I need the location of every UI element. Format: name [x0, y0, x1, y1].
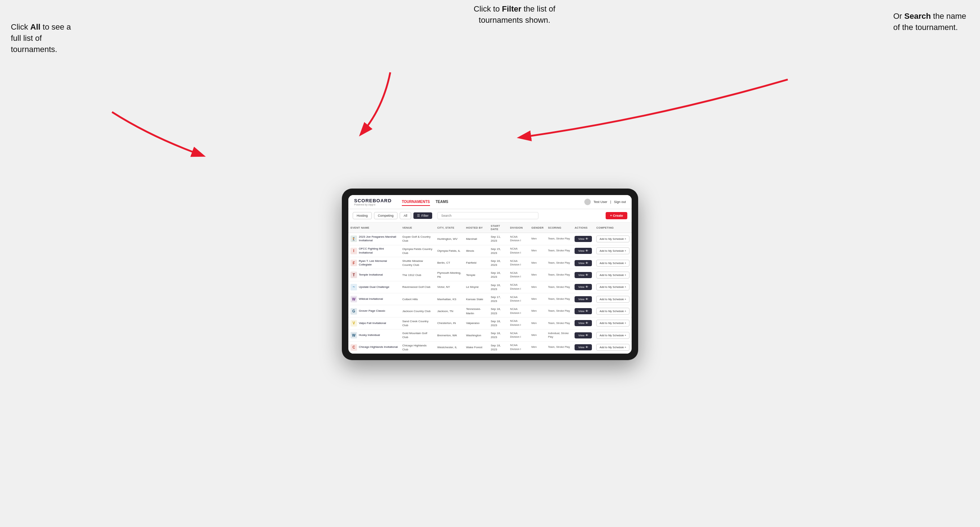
col-actions: ACTIONS [573, 222, 594, 233]
view-button[interactable]: View 👁 [574, 272, 592, 278]
eye-icon: 👁 [585, 334, 588, 337]
header-right: Test User | Sign out [584, 198, 626, 205]
add-label: Add to My Schedule + [600, 321, 626, 325]
add-to-schedule-button[interactable]: Add to My Schedule + [596, 332, 630, 339]
sign-out-link[interactable]: Sign out [614, 200, 626, 204]
table-body: 🏌 2023 Joe Feaganes Marshall Invitationa… [348, 233, 632, 354]
cell-gender: Men [530, 269, 546, 281]
event-name-text: Grover Page Classic [359, 309, 385, 313]
table-row: 🏌 2023 Joe Feaganes Marshall Invitationa… [348, 233, 632, 245]
cell-competing: Add to My Schedule + [594, 317, 632, 329]
add-to-schedule-button[interactable]: Add to My Schedule + [596, 271, 630, 278]
cell-city: Chesterton, IN [435, 317, 464, 329]
cell-event-name: V Valpo Fall Invitational [348, 317, 400, 329]
view-button[interactable]: View 👁 [574, 236, 592, 242]
view-button[interactable]: View 👁 [574, 332, 592, 338]
filter-button[interactable]: ☰ Filter [414, 213, 432, 219]
cell-event-name: W Wildcat Invitational [348, 293, 400, 305]
view-label: View [578, 273, 584, 277]
filter-bar: Hosting Competing All ☰ Filter + Create [348, 209, 632, 222]
nav-teams[interactable]: TEAMS [436, 198, 449, 206]
cell-hosted-by: Le Moyne [464, 281, 488, 293]
view-button[interactable]: View 👁 [574, 296, 592, 302]
add-to-schedule-button[interactable]: Add to My Schedule + [596, 235, 630, 242]
tab-all[interactable]: All [400, 212, 411, 219]
event-icon: ~ [350, 284, 357, 290]
cell-division: NCAA Division I [508, 233, 530, 245]
cell-gender: Men [530, 257, 546, 269]
eye-icon: 👁 [585, 273, 588, 277]
table-row: F Ryan T. Lee Memorial Collegiate Shuttl… [348, 257, 632, 269]
cell-hosted-by: Illinois [464, 245, 488, 257]
eye-icon: 👁 [585, 262, 588, 265]
cell-venue: Olympia Fields Country Club [400, 245, 435, 257]
view-button[interactable]: View 👁 [574, 344, 592, 350]
view-label: View [578, 298, 584, 301]
event-icon: 🏌 [350, 235, 357, 242]
view-button[interactable]: View 👁 [574, 320, 592, 326]
add-to-schedule-button[interactable]: Add to My Schedule + [596, 284, 630, 290]
search-input[interactable] [437, 212, 538, 219]
add-label: Add to My Schedule + [600, 310, 626, 313]
cell-actions: View 👁 [573, 269, 594, 281]
divider: | [610, 200, 611, 204]
tab-hosting[interactable]: Hosting [353, 212, 372, 219]
nav-tournaments[interactable]: TOURNAMENTS [402, 198, 430, 206]
event-icon: G [350, 308, 357, 314]
view-label: View [578, 321, 584, 325]
view-button[interactable]: View 👁 [574, 308, 592, 314]
cell-scoring: Team, Stroke Play [546, 269, 573, 281]
add-to-schedule-button[interactable]: Add to My Schedule + [596, 248, 630, 254]
annotation-top-left: Click All to see a full list of tourname… [11, 22, 83, 55]
cell-scoring: Team, Stroke Play [546, 257, 573, 269]
add-label: Add to My Schedule + [600, 298, 626, 301]
eye-icon: 👁 [585, 321, 588, 325]
cell-venue: Gold Mountain Golf Club [400, 329, 435, 341]
cell-venue: Ravenwood Golf Club [400, 281, 435, 293]
user-name: Test User [594, 200, 608, 204]
tab-competing[interactable]: Competing [374, 212, 398, 219]
table-row: C Chicago Highlands Invitational Chicago… [348, 341, 632, 353]
view-button[interactable]: View 👁 [574, 248, 592, 254]
cell-competing: Add to My Schedule + [594, 329, 632, 341]
filter-label: Filter [422, 214, 429, 217]
cell-start-date: Sep 16, 2023 [488, 281, 508, 293]
add-to-schedule-button[interactable]: Add to My Schedule + [596, 320, 630, 327]
add-to-schedule-button[interactable]: Add to My Schedule + [596, 308, 630, 314]
cell-venue: Shuttle Meadow Country Club [400, 257, 435, 269]
cell-event-name: C Chicago Highlands Invitational [348, 341, 400, 353]
view-label: View [578, 334, 584, 337]
cell-hosted-by: Marshall [464, 233, 488, 245]
col-event-name: EVENT NAME [348, 222, 400, 233]
event-name-text: Husky Individual [359, 333, 380, 337]
cell-competing: Add to My Schedule + [594, 293, 632, 305]
cell-start-date: Sep 18, 2023 [488, 329, 508, 341]
cell-city: Manhattan, KS [435, 293, 464, 305]
cell-gender: Men [530, 245, 546, 257]
add-to-schedule-button[interactable]: Add to My Schedule + [596, 260, 630, 267]
cell-scoring: Team, Stroke Play [546, 317, 573, 329]
event-icon: F [350, 260, 357, 266]
view-button[interactable]: View 👁 [574, 260, 592, 266]
eye-icon: 👁 [585, 237, 588, 241]
cell-scoring: Team, Stroke Play [546, 233, 573, 245]
table-row: I OFCC Fighting Illini Invitational Olym… [348, 245, 632, 257]
cell-scoring: Team, Stroke Play [546, 341, 573, 353]
nav-links: TOURNAMENTS TEAMS [402, 198, 577, 206]
cell-event-name: ~ Upstate Dual Challenge [348, 281, 400, 293]
view-button[interactable]: View 👁 [574, 284, 592, 290]
cell-actions: View 👁 [573, 233, 594, 245]
create-button[interactable]: + Create [606, 212, 627, 219]
cell-division: NCAA Division I [508, 245, 530, 257]
cell-city: Berlin, CT [435, 257, 464, 269]
cell-actions: View 👁 [573, 281, 594, 293]
add-to-schedule-button[interactable]: Add to My Schedule + [596, 296, 630, 303]
cell-gender: Men [530, 329, 546, 341]
add-to-schedule-button[interactable]: Add to My Schedule + [596, 344, 630, 351]
table-row: W Husky Individual Gold Mountain Golf Cl… [348, 329, 632, 341]
cell-venue: Chicago Highlands Club [400, 341, 435, 353]
avatar [584, 198, 591, 205]
cell-city: Olympia Fields, IL [435, 245, 464, 257]
cell-competing: Add to My Schedule + [594, 245, 632, 257]
cell-division: NCAA Division I [508, 269, 530, 281]
